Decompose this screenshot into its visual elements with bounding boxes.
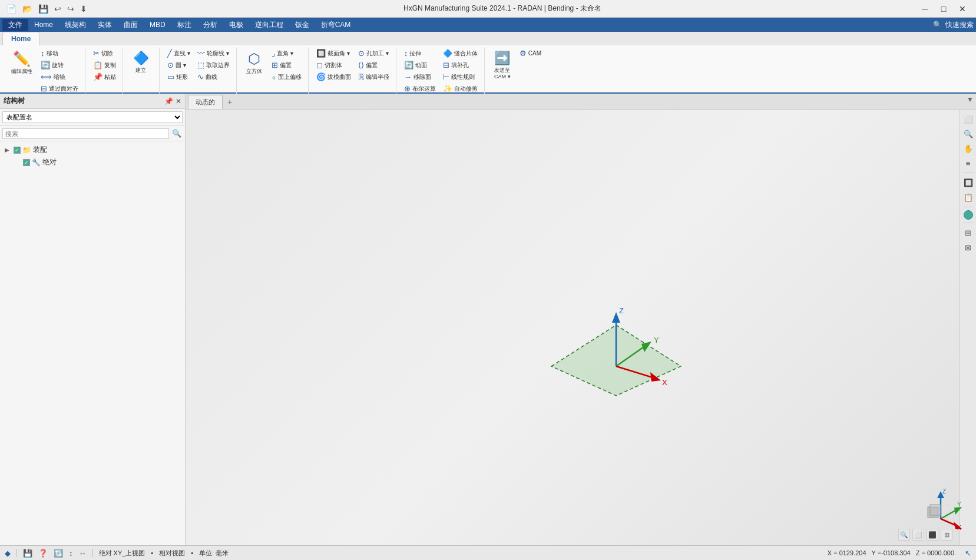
btn-copy[interactable]: 📋 复制 — [90, 59, 119, 71]
btn-curve[interactable]: ∿ 曲线 — [194, 71, 233, 82]
status-cursor-icon[interactable]: ↖ — [965, 549, 971, 558]
ribbon-tab-home[interactable]: Home — [2, 32, 39, 45]
btn-workplane-create[interactable]: 🔷 建立 — [128, 48, 154, 77]
btn-angle[interactable]: ⌟ 直角 ▾ — [269, 48, 305, 59]
btn-fill-hole[interactable]: ⊟ 填补孔 — [440, 59, 481, 71]
btn-rect[interactable]: ▭ 矩形 — [164, 71, 193, 82]
sidebar-title: 结构树 — [4, 96, 25, 106]
btn-extract-boundary[interactable]: ⬚ 取取边界 — [194, 59, 233, 71]
status-help-icon[interactable]: ❓ — [38, 549, 48, 558]
btn-move[interactable]: ↕ 移动 — [38, 48, 81, 59]
rt-btn-grid[interactable]: ⊞ — [962, 226, 975, 239]
open-icon[interactable]: 📂 — [21, 3, 34, 15]
minimize-button[interactable]: ─ — [916, 3, 934, 15]
menu-wireframe[interactable]: 线架构 — [59, 19, 92, 31]
main-area: 结构树 📌 ✕ 表配置名 🔍 ▶ 📁 装配 — [0, 94, 976, 545]
btn-face-offset[interactable]: ⬦ 面上偏移 — [269, 71, 305, 82]
btn-auto-trim[interactable]: ✨ 自动修剪 — [440, 83, 481, 94]
status-save-icon[interactable]: 💾 — [23, 549, 32, 558]
search-input[interactable] — [2, 128, 169, 139]
btn-align[interactable]: ⊟ 通过面对齐 — [38, 83, 81, 94]
btn-edit-radius[interactable]: ℝ 编辑半径 — [355, 71, 392, 82]
svg-text:Z: Z — [942, 488, 946, 495]
tree-item-assembly[interactable]: ▶ 📁 装配 — [2, 144, 183, 156]
btn-draft[interactable]: 🌀 拔模曲面 — [313, 71, 354, 82]
close-button[interactable]: ✕ — [954, 3, 971, 15]
rt-btn-layers[interactable]: 🔲 — [962, 176, 975, 189]
window-controls[interactable]: ─ □ ✕ — [916, 3, 971, 15]
btn-hole[interactable]: ⊙ 孔加工 ▾ — [355, 48, 392, 59]
btn-linear-rule[interactable]: ⊢ 线性规则 — [440, 71, 481, 82]
sidebar-pin-icon[interactable]: 📌 — [164, 97, 173, 105]
menu-home[interactable]: Home — [28, 19, 59, 30]
btn-section-angle[interactable]: 🔲 截面角 ▾ — [313, 48, 354, 59]
btn-cut-solid[interactable]: ◻ 切割体 — [313, 59, 354, 71]
vb-btn-view3[interactable]: ⬛ — [927, 529, 938, 541]
menu-reverse[interactable]: 逆向工程 — [249, 19, 289, 31]
title-toolbar-icons[interactable]: 📄 📂 💾 ↩ ↪ ⬇ — [5, 3, 89, 15]
status-horizontal-icon[interactable]: ↔ — [79, 549, 87, 558]
tree-toggle-assembly[interactable]: ▶ — [5, 147, 12, 153]
viewport-collapse-btn[interactable]: ▼ — [964, 94, 976, 105]
btn-boolean[interactable]: ⊕ 布尔运算 — [401, 83, 439, 94]
btn-cut[interactable]: ✂ 切除 — [90, 48, 119, 59]
btn-send-to-cam[interactable]: ➡️ 发送至CAM ▾ — [489, 48, 515, 83]
menu-file[interactable]: 文件 — [2, 19, 28, 31]
rt-btn-view-cube[interactable]: ⬜ — [962, 112, 975, 125]
extrude-icon: ↕ — [404, 49, 408, 58]
sidebar-close-icon[interactable]: ✕ — [176, 97, 181, 105]
rt-btn-zoom[interactable]: 🔍 — [962, 127, 975, 140]
btn-edit-properties[interactable]: ✏️ 编辑属性 — [7, 48, 37, 78]
btn-stitch[interactable]: 🔷 缝合片体 — [440, 48, 481, 59]
rt-btn-pan[interactable]: ✋ — [962, 142, 975, 155]
rt-btn-menu[interactable]: ≡ — [962, 157, 975, 170]
btn-cube[interactable]: ⬡ 立方体 — [241, 48, 267, 78]
menu-electrode[interactable]: 电极 — [223, 19, 249, 31]
btn-line[interactable]: ╱ 直线 ▾ — [164, 48, 193, 59]
vb-btn-view2[interactable]: ⬜ — [912, 529, 924, 541]
status-vertical-icon[interactable]: ↕ — [69, 549, 73, 558]
quick-search[interactable]: 快速搜索 — [945, 20, 974, 30]
btn-dynamic-face[interactable]: 🔄 动面 — [401, 59, 439, 71]
btn-paste[interactable]: 📌 粘贴 — [90, 71, 119, 82]
menu-bendcam[interactable]: 折弯CAM — [315, 19, 357, 31]
btn-mirror[interactable]: ⟺ 缩镜 — [38, 71, 81, 82]
menu-solid[interactable]: 实体 — [92, 19, 118, 31]
menu-surface[interactable]: 曲面 — [118, 19, 144, 31]
menu-annotation[interactable]: 标注 — [171, 19, 197, 31]
rt-btn-display[interactable]: 📋 — [962, 191, 975, 204]
btn-rotate[interactable]: 🔄 旋转 — [38, 59, 81, 71]
more-icon[interactable]: ⬇ — [78, 3, 89, 15]
btn-contour[interactable]: 〰 轮廓线 ▾ — [194, 48, 233, 59]
status-refresh-icon[interactable]: 🔃 — [54, 549, 63, 558]
status-diamond-icon[interactable]: ◆ — [5, 549, 11, 558]
cam-icon: ⚙ — [520, 49, 527, 58]
viewport-add-tab[interactable]: + — [224, 96, 236, 108]
viewport-tab-dynamic[interactable]: 动态的 — [188, 95, 223, 109]
undo-icon[interactable]: ↩ — [52, 3, 63, 15]
sidebar-controls[interactable]: 📌 ✕ — [164, 97, 181, 105]
tree-item-absolute[interactable]: 🔧 绝对 — [2, 156, 183, 168]
vb-btn-view1[interactable]: 🔍 — [898, 529, 910, 541]
file-icon[interactable]: 📄 — [5, 3, 18, 15]
tree-checkbox-assembly[interactable] — [14, 147, 21, 154]
menu-analysis[interactable]: 分析 — [197, 19, 223, 31]
extract-icon: ⬚ — [197, 61, 204, 69]
btn-remove-face[interactable]: → 移除面 — [401, 71, 439, 82]
btn-extrude[interactable]: ↕ 拉伸 — [401, 48, 439, 59]
tree-checkbox-absolute[interactable] — [23, 159, 30, 166]
coord-x: X = 0129.204 — [828, 549, 866, 556]
vb-btn-grid[interactable]: ⊞ — [941, 529, 952, 541]
filter-select[interactable]: 表配置名 — [2, 111, 183, 123]
btn-cam[interactable]: ⚙ CAM — [517, 48, 544, 59]
btn-solid-offset[interactable]: ⟨⟩ 偏置 — [355, 59, 392, 71]
save-icon[interactable]: 💾 — [37, 3, 50, 15]
menu-mbd[interactable]: MBD — [144, 19, 171, 30]
rt-btn-snap[interactable]: ⊠ — [962, 241, 975, 254]
btn-offset[interactable]: ⊞ 偏置 — [269, 59, 305, 71]
menu-sheetmetal[interactable]: 钣金 — [289, 19, 315, 31]
maximize-button[interactable]: □ — [935, 3, 952, 15]
btn-circle[interactable]: ⊙ 圆 ▾ — [164, 59, 193, 71]
redo-icon[interactable]: ↪ — [65, 3, 76, 15]
search-button[interactable]: 🔍 — [171, 128, 183, 139]
